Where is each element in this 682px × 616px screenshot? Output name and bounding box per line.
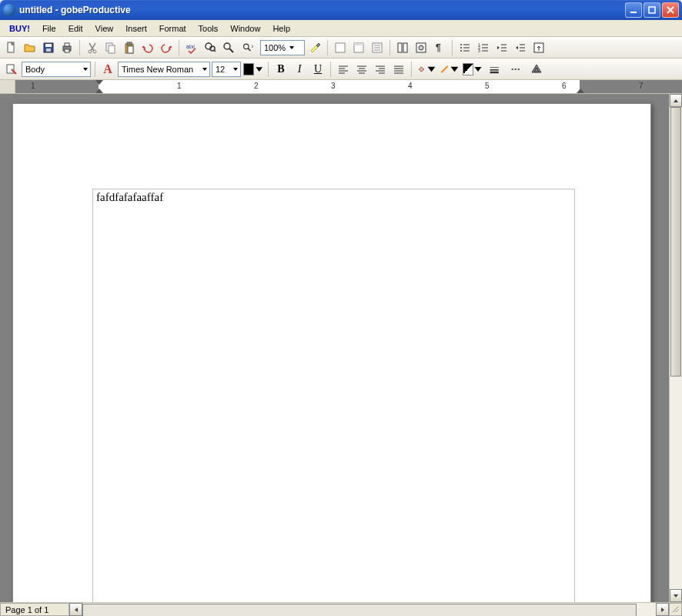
statusbar: Page 1 of 1 <box>0 602 682 616</box>
svg-text:3: 3 <box>478 49 480 53</box>
open-button[interactable] <box>22 39 38 56</box>
fill-color-button[interactable] <box>416 61 437 78</box>
scroll-right-button[interactable] <box>656 603 669 616</box>
style-icon[interactable] <box>3 61 20 78</box>
bold-button[interactable]: B <box>272 61 289 78</box>
app-icon <box>3 4 15 16</box>
menu-window[interactable]: Window <box>224 22 266 35</box>
svg-point-37 <box>460 50 462 52</box>
dropdown-arrow-icon <box>289 43 295 52</box>
columns-button[interactable] <box>394 39 411 56</box>
scroll-left-button[interactable] <box>69 603 82 616</box>
page-status: Page 1 of 1 <box>0 603 69 616</box>
svg-rect-4 <box>45 44 52 47</box>
font-size-value: 12 <box>216 65 225 74</box>
svg-rect-28 <box>398 43 402 52</box>
view-outline-button[interactable] <box>369 39 386 56</box>
view-normal-button[interactable] <box>332 39 349 56</box>
minimize-button[interactable] <box>625 2 642 18</box>
svg-rect-5 <box>46 49 51 52</box>
decrease-indent-button[interactable] <box>493 39 510 56</box>
menu-tools[interactable]: Tools <box>192 22 225 35</box>
scroll-up-button[interactable] <box>670 94 682 107</box>
vertical-scrollbar[interactable] <box>669 94 682 602</box>
indent-marker-top-icon[interactable] <box>95 80 103 85</box>
style-dropdown[interactable]: Body <box>22 62 91 77</box>
text-wrap-button[interactable] <box>413 39 430 56</box>
ruler-tick: 7 <box>639 82 644 90</box>
svg-rect-0 <box>630 12 637 13</box>
menu-help[interactable]: Help <box>266 22 296 35</box>
align-center-button[interactable] <box>353 61 370 78</box>
copy-button[interactable] <box>102 39 119 56</box>
ruler-tick: 3 <box>331 82 336 90</box>
menu-buy[interactable]: BUY! <box>3 22 36 35</box>
menu-view[interactable]: View <box>89 22 120 35</box>
scroll-thumb[interactable] <box>670 107 681 377</box>
align-left-button[interactable] <box>335 61 352 78</box>
increase-indent-button[interactable] <box>512 39 529 56</box>
text-frame[interactable]: fafdfafafaaffaf <box>92 189 575 602</box>
ruler-tick: 6 <box>562 82 567 90</box>
font-value: Times New Roman <box>122 65 193 74</box>
resize-grip[interactable] <box>669 603 682 616</box>
horizontal-ruler[interactable]: 1 1 2 3 4 5 6 7 <box>15 80 682 93</box>
zoom-fit-button[interactable] <box>239 39 259 56</box>
font-size-dropdown[interactable]: 12 <box>212 62 241 77</box>
formatting-toolbar: Body A Times New Roman 12 B I U <box>0 59 682 80</box>
line-style-button[interactable] <box>485 61 505 78</box>
new-document-button[interactable] <box>3 39 20 56</box>
font-icon[interactable]: A <box>99 61 116 78</box>
align-justify-button[interactable] <box>390 61 407 78</box>
insert-object-button[interactable] <box>530 39 547 56</box>
undo-button[interactable] <box>139 39 156 56</box>
style-value: Body <box>25 65 45 74</box>
spellcheck-button[interactable]: abc <box>183 39 200 56</box>
scroll-down-button[interactable] <box>670 589 682 602</box>
document-viewport[interactable]: fafdfafafaaffaf <box>0 94 669 602</box>
redo-button[interactable] <box>158 39 175 56</box>
bullet-list-button[interactable] <box>456 39 473 56</box>
svg-rect-23 <box>354 43 363 45</box>
menu-edit[interactable]: Edit <box>62 22 89 35</box>
save-button[interactable] <box>40 39 57 56</box>
align-right-button[interactable] <box>372 61 389 78</box>
menu-insert[interactable]: Insert <box>119 22 153 35</box>
highlighter-button[interactable] <box>306 39 323 56</box>
svg-point-33 <box>460 44 462 45</box>
transparency-button[interactable] <box>528 61 545 78</box>
italic-button[interactable]: I <box>291 61 308 78</box>
document-page[interactable]: fafdfafafaaffaf <box>12 103 651 602</box>
numbered-list-button[interactable]: 123 <box>475 39 492 56</box>
maximize-button[interactable] <box>644 2 660 18</box>
svg-point-20 <box>244 44 249 49</box>
hscroll-thumb[interactable] <box>82 604 637 616</box>
paste-button[interactable] <box>121 39 138 56</box>
show-formatting-button[interactable]: ¶ <box>431 39 448 56</box>
svg-rect-12 <box>109 45 115 53</box>
horizontal-scrollbar[interactable] <box>69 603 669 616</box>
underline-button[interactable]: U <box>309 61 326 78</box>
svg-rect-7 <box>65 43 69 46</box>
zoom-dropdown[interactable]: 100% <box>260 40 305 55</box>
document-text[interactable]: fafdfafafaaffaf <box>96 191 163 203</box>
font-dropdown[interactable]: Times New Roman <box>118 62 210 77</box>
dropdown-arrow-icon <box>232 65 239 74</box>
indent-marker-bottom-icon[interactable] <box>95 89 103 93</box>
line-color-button[interactable] <box>439 61 460 78</box>
close-button[interactable] <box>662 2 679 18</box>
find-button[interactable] <box>202 39 219 56</box>
print-button[interactable] <box>59 39 75 56</box>
right-indent-marker-icon[interactable] <box>577 89 584 93</box>
view-layout-button[interactable] <box>350 39 367 56</box>
zoom-tool-button[interactable] <box>220 39 237 56</box>
ruler-tick: 1 <box>177 82 182 90</box>
scroll-track[interactable] <box>670 107 682 589</box>
font-color-button[interactable] <box>242 61 264 78</box>
shadow-color-button[interactable] <box>462 61 483 78</box>
hscroll-track[interactable] <box>82 603 656 616</box>
dash-style-button[interactable] <box>506 61 527 78</box>
menu-file[interactable]: File <box>36 22 62 35</box>
cut-button[interactable] <box>84 39 101 56</box>
menu-format[interactable]: Format <box>153 22 192 35</box>
